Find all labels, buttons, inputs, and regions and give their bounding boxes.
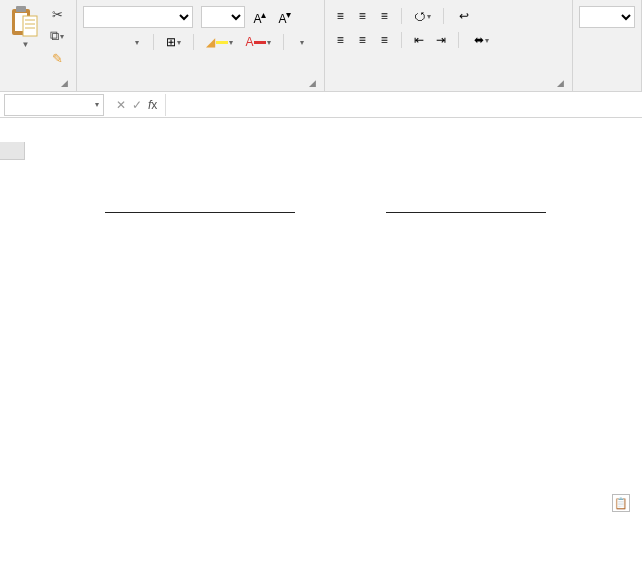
align-center-icon: ≡ bbox=[359, 33, 366, 47]
wrap-icon: ↩ bbox=[459, 9, 469, 23]
border-button[interactable]: ⊞▾ bbox=[162, 32, 185, 52]
copy-icon: ⧉ bbox=[50, 28, 59, 44]
format-painter-button[interactable]: ✎ bbox=[46, 48, 68, 68]
formula-input[interactable] bbox=[165, 94, 642, 116]
align-right-icon: ≡ bbox=[381, 33, 388, 47]
svg-rect-3 bbox=[23, 16, 37, 36]
paste-button[interactable]: ▼ bbox=[6, 2, 42, 53]
font-size-select[interactable] bbox=[201, 6, 245, 28]
align-middle-button[interactable]: ≡ bbox=[353, 6, 371, 26]
increase-indent-button[interactable]: ⇥ bbox=[432, 30, 450, 50]
bucket-icon: ◢ bbox=[206, 35, 215, 49]
indent-icon: ⇥ bbox=[436, 33, 446, 47]
align-left-icon: ≡ bbox=[337, 33, 344, 47]
name-box[interactable]: ▾ bbox=[4, 94, 104, 116]
dialog-launcher-icon[interactable]: ◢ bbox=[557, 78, 564, 88]
merge-icon: ⬌ bbox=[474, 33, 484, 47]
wrap-text-button[interactable]: ↩ bbox=[452, 6, 476, 26]
clipboard-icon bbox=[10, 6, 38, 38]
align-top-button[interactable]: ≡ bbox=[331, 6, 349, 26]
align-bottom-button[interactable]: ≡ bbox=[375, 6, 393, 26]
font-name-select[interactable] bbox=[83, 6, 193, 28]
orientation-icon: ⭯ bbox=[414, 9, 426, 23]
border-icon: ⊞ bbox=[166, 35, 176, 49]
enter-formula-button[interactable]: ✓ bbox=[132, 98, 142, 112]
select-all-corner[interactable] bbox=[0, 142, 25, 160]
underline-button[interactable]: ▾ bbox=[127, 32, 145, 52]
svg-rect-1 bbox=[16, 6, 26, 12]
phonetic-button[interactable]: ▾ bbox=[292, 32, 310, 52]
font-color-button[interactable]: A▾ bbox=[241, 32, 275, 52]
font-color-icon: A bbox=[245, 35, 253, 49]
align-middle-icon: ≡ bbox=[359, 9, 366, 23]
decrease-font-icon: A▾ bbox=[278, 9, 291, 26]
merge-center-button[interactable]: ⬌ ▾ bbox=[467, 30, 496, 50]
decrease-font-button[interactable]: A▾ bbox=[274, 7, 295, 27]
dialog-launcher-icon[interactable]: ◢ bbox=[309, 78, 316, 88]
align-center-button[interactable]: ≡ bbox=[353, 30, 371, 50]
align-bottom-icon: ≡ bbox=[381, 9, 388, 23]
increase-font-button[interactable]: A▴ bbox=[249, 7, 270, 27]
order-number-line bbox=[105, 212, 295, 213]
watermark-text bbox=[0, 118, 642, 142]
number-format-select[interactable] bbox=[579, 6, 635, 28]
delivery-date-line bbox=[386, 212, 546, 213]
dialog-launcher-icon[interactable]: ◢ bbox=[61, 78, 68, 88]
scissors-icon: ✂ bbox=[52, 7, 63, 22]
paste-options-button[interactable]: 📋 bbox=[612, 494, 630, 512]
cut-button[interactable]: ✂ bbox=[46, 4, 68, 24]
align-left-button[interactable]: ≡ bbox=[331, 30, 349, 50]
decrease-indent-button[interactable]: ⇤ bbox=[410, 30, 428, 50]
bold-button[interactable] bbox=[83, 32, 101, 52]
fill-color-button[interactable]: ◢▾ bbox=[202, 32, 237, 52]
fx-button[interactable]: fx bbox=[148, 98, 157, 112]
outdent-icon: ⇤ bbox=[414, 33, 424, 47]
brush-icon: ✎ bbox=[52, 51, 63, 66]
increase-font-icon: A▴ bbox=[253, 9, 266, 26]
paste-options-icon: 📋 bbox=[614, 497, 628, 510]
cancel-formula-button[interactable]: ✕ bbox=[116, 98, 126, 112]
orientation-button[interactable]: ⭯▾ bbox=[410, 6, 435, 26]
align-top-icon: ≡ bbox=[337, 9, 344, 23]
copy-button[interactable]: ⧉▾ bbox=[46, 26, 68, 46]
align-right-button[interactable]: ≡ bbox=[375, 30, 393, 50]
italic-button[interactable] bbox=[105, 32, 123, 52]
